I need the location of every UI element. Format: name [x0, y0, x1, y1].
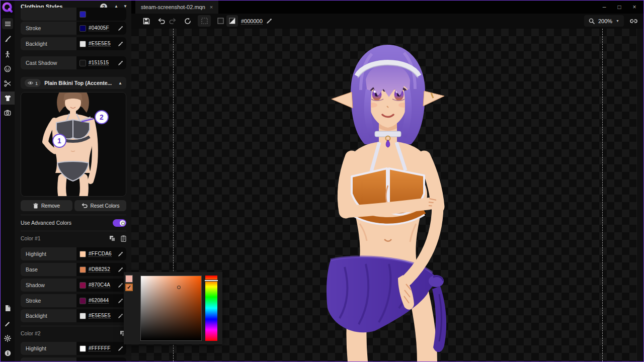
color-swatch[interactable] [79, 41, 86, 47]
refresh-button[interactable] [182, 15, 193, 27]
sidebar-item-clothing[interactable] [2, 93, 13, 104]
eye-icon [28, 81, 33, 85]
divider [21, 231, 126, 231]
eyedropper-icon[interactable] [118, 26, 123, 31]
save-button[interactable] [140, 15, 152, 27]
hex-value[interactable]: #FFCDA6 [89, 251, 112, 257]
body-icon [4, 51, 11, 58]
bg-eyedropper-button[interactable] [263, 15, 275, 27]
refresh-icon [184, 18, 191, 25]
mannequin-q-logo [2, 2, 14, 14]
undo-button[interactable] [155, 15, 167, 27]
maximize-button[interactable]: □ [612, 1, 627, 14]
minimize-button[interactable]: – [597, 1, 612, 14]
color-swatch[interactable] [79, 298, 86, 304]
visibility-badge[interactable]: 1 [25, 79, 41, 87]
color-row-stroke-1: Stroke #620844 [21, 294, 126, 307]
eyedropper-icon[interactable] [118, 346, 123, 351]
hex-value[interactable]: #E5E5E5 [89, 41, 111, 47]
color-swatch[interactable] [79, 60, 86, 66]
color-row-label: Base [21, 263, 76, 276]
canvas-bg-hex[interactable]: #000000 [241, 18, 263, 25]
canvas-scrollbar[interactable] [636, 29, 643, 361]
hue-slider-indicator[interactable] [205, 280, 218, 282]
color-row-clipped-bottom[interactable] [21, 357, 126, 362]
document-tab[interactable]: steam-screenshot-02.mqn × [135, 1, 218, 14]
zoom-dropdown-icon[interactable]: ▼ [616, 19, 619, 23]
sidebar-item-paint[interactable] [2, 34, 13, 45]
color-row-clipped[interactable] [21, 8, 126, 21]
sidebar-item-hair[interactable] [2, 78, 13, 89]
titlebar: steam-screenshot-02.mqn × – □ × [131, 1, 644, 14]
hex-value[interactable]: #E5E5E5 [89, 313, 111, 319]
sidebar-item-face[interactable] [2, 63, 13, 74]
color-swatch[interactable] [79, 282, 86, 289]
hex-value[interactable]: #DB8252 [89, 266, 110, 273]
reset-colors-button[interactable]: Reset Colors [74, 200, 126, 211]
marquee-select-button[interactable] [198, 15, 211, 27]
eyedropper-icon[interactable] [118, 313, 123, 319]
brush-icon [4, 36, 11, 43]
tab-close-icon[interactable]: × [210, 4, 213, 10]
trash-icon [33, 203, 38, 209]
zoom-control[interactable]: 200% ▼ [584, 15, 624, 27]
color-swatch[interactable] [79, 345, 86, 352]
hex-value[interactable]: #04005F [89, 25, 109, 31]
color-swatch[interactable] [79, 313, 86, 319]
color-swatch[interactable] [79, 11, 86, 18]
zoom-level[interactable]: 200% [598, 18, 612, 24]
eyedropper-icon[interactable] [118, 298, 123, 304]
eyedropper-icon[interactable] [118, 267, 123, 273]
callout-2[interactable]: 2 [95, 110, 109, 124]
eyedropper-icon[interactable] [118, 283, 123, 288]
color-swatch[interactable] [79, 266, 86, 273]
sidebar-item-notes[interactable] [2, 303, 13, 314]
hex-value[interactable]: #FFFFFF [89, 345, 111, 351]
eyedropper-icon[interactable] [118, 60, 123, 66]
close-button[interactable]: × [627, 1, 642, 14]
color-row-cast-shadow: Cast Shadow #151515 [21, 56, 126, 69]
bg-transparent-button[interactable] [226, 15, 238, 27]
color-swatch[interactable] [79, 25, 86, 32]
sidebar-item-about[interactable] [2, 347, 13, 358]
character-artwork [323, 43, 453, 361]
clothing-item-header[interactable]: 1 Plain Bikini Top (Accente... ▲ [21, 77, 126, 89]
callout-1[interactable]: 1 [52, 134, 66, 148]
magnifier-icon [589, 18, 595, 24]
recent-color-swatch[interactable] [125, 275, 133, 283]
hex-value[interactable]: #620844 [89, 298, 109, 304]
app-logo[interactable] [1, 1, 15, 15]
link-zoom-button[interactable] [627, 15, 640, 27]
selected-color-swatch[interactable]: ✓ [125, 284, 133, 291]
hex-value[interactable]: #870C4A [89, 282, 110, 288]
remove-button[interactable]: Remove [21, 200, 72, 211]
sidebar-item-camera[interactable] [2, 107, 13, 118]
eyedropper-icon[interactable] [118, 41, 123, 47]
sidebar-item-body[interactable] [2, 49, 13, 60]
sidebar-item-menu[interactable] [2, 18, 13, 29]
color-swatch[interactable] [79, 251, 86, 257]
info-icon [5, 350, 11, 356]
advanced-colors-toggle[interactable] [113, 219, 126, 227]
color-row-label: Highlight [21, 247, 76, 260]
color-row-highlight-2: Highlight #FFFFFF [21, 342, 126, 355]
marquee-icon [201, 18, 208, 24]
eyedropper-icon[interactable] [118, 251, 123, 257]
menu-icon [5, 21, 11, 27]
copy-icon[interactable] [109, 235, 116, 242]
paste-icon[interactable] [121, 235, 126, 242]
bg-solid-button[interactable] [215, 15, 226, 27]
gradient-cursor[interactable] [177, 286, 181, 289]
section-collapse-icon[interactable]: ▲ [118, 81, 122, 85]
color-row-highlight-1: Highlight #FFCDA6 [21, 247, 126, 260]
saturation-value-gradient[interactable] [140, 276, 202, 341]
hex-value[interactable]: #151515 [89, 60, 109, 66]
hue-slider[interactable] [205, 276, 217, 341]
scissors-icon [4, 80, 11, 87]
sidebar-item-settings[interactable] [2, 333, 13, 344]
check-icon: ✓ [127, 284, 131, 291]
redo-button[interactable] [167, 15, 178, 27]
divider [21, 215, 126, 215]
color-row-label: Stroke [21, 22, 76, 35]
sidebar-item-edit[interactable] [2, 318, 13, 329]
